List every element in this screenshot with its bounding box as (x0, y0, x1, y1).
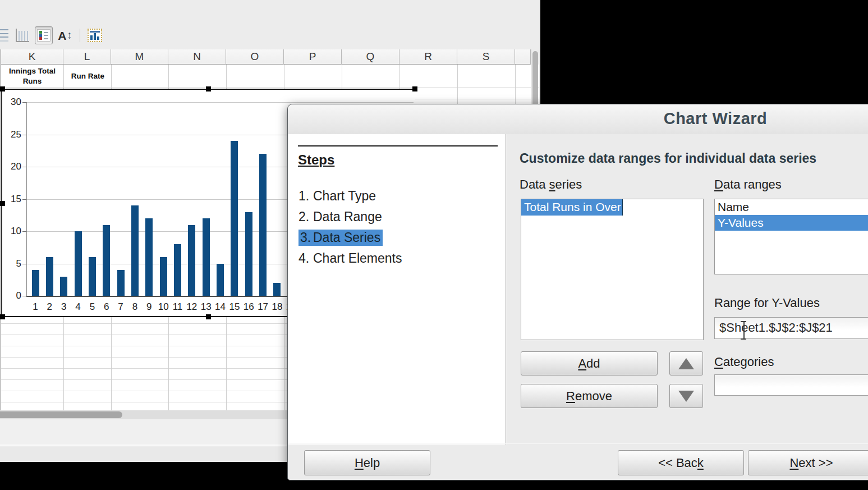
data-series-item[interactable]: Total Runs in Over (521, 199, 703, 216)
cell-L1-text: Run Rate (71, 71, 104, 81)
chart-handle-top-left[interactable] (0, 86, 5, 91)
bar (75, 231, 82, 296)
data-range-item-name[interactable]: Name (715, 199, 868, 215)
cell-L1[interactable]: Run Rate (64, 65, 112, 88)
toolbar-separator (80, 29, 80, 42)
y-tick (22, 199, 26, 200)
move-up-button[interactable] (669, 351, 703, 375)
y-tick-label: 25 (2, 129, 21, 140)
y-tick (22, 167, 26, 167)
down-arrow-icon (678, 391, 694, 402)
horizontal-scrollbar-thumb[interactable] (0, 411, 122, 418)
data-series-listbox[interactable]: Total Runs in Over (521, 199, 704, 340)
steps-heading: Steps (298, 152, 334, 168)
bar (160, 257, 167, 296)
column-header-blank (515, 49, 531, 65)
steps-panel: Steps 1.Chart Type2.Data Range3.Data Ser… (288, 134, 506, 445)
y-tick-label: 15 (2, 194, 21, 205)
bar (117, 270, 125, 296)
steps-rule (298, 145, 498, 146)
chart-handle-bottom-left[interactable] (0, 314, 5, 319)
bar (231, 141, 238, 296)
bar (245, 212, 252, 296)
column-headers: KLMNOPQRS (1, 49, 531, 65)
bar (103, 225, 110, 296)
step-item-chart-elements[interactable]: 4.Chart Elements (298, 248, 402, 269)
remove-button[interactable]: Remove (521, 384, 658, 408)
bar (259, 154, 267, 296)
step-item-data-series[interactable]: 3.Data Series (298, 227, 402, 248)
up-arrow-icon (678, 358, 694, 369)
y-tick-label: 20 (2, 161, 21, 172)
cell-K1[interactable]: Innings Total Runs (1, 65, 63, 88)
chart-handle-top-right[interactable] (412, 86, 417, 91)
step-item-chart-type[interactable]: 1.Chart Type (298, 186, 402, 207)
data-ranges-listbox[interactable]: NameY-Values (714, 199, 868, 274)
y-tick-label: 0 (2, 290, 21, 301)
y-tick (22, 296, 26, 296)
bar (203, 218, 210, 296)
step-item-data-range[interactable]: 2.Data Range (298, 207, 402, 227)
categories-input[interactable] (714, 374, 868, 396)
data-range-item-y-values[interactable]: Y-Values (715, 215, 868, 231)
bar (89, 257, 96, 296)
column-header-K[interactable]: K (1, 49, 63, 65)
gridline (26, 102, 414, 103)
chart-data-table-icon[interactable] (86, 26, 104, 44)
y-tick (22, 102, 26, 103)
y-tick (22, 231, 26, 232)
steps-list: 1.Chart Type2.Data Range3.Data Series4.C… (298, 186, 402, 269)
column-header-O[interactable]: O (226, 49, 284, 65)
y-tick-label: 30 (2, 97, 21, 108)
column-header-R[interactable]: R (399, 49, 457, 65)
pane-subtitle: Customize data ranges for individual dat… (520, 151, 816, 166)
column-header-Q[interactable]: Q (342, 49, 399, 65)
y-axis-line (26, 102, 27, 296)
chart-handle-top-middle[interactable] (206, 86, 211, 91)
chart-wizard-dialog: Chart Wizard Steps 1.Chart Type2.Data Ra… (287, 104, 868, 480)
chart-handle-middle-left[interactable] (0, 201, 5, 206)
column-header-M[interactable]: M (111, 49, 168, 65)
chart-toolbar: A↕ (0, 25, 104, 46)
y-tick (22, 264, 26, 264)
scale-text-icon[interactable]: A↕ (56, 26, 74, 44)
scale-text-glyph: A (58, 30, 66, 42)
chart-handle-bottom-middle[interactable] (206, 314, 211, 319)
bar (273, 283, 281, 296)
move-down-button[interactable] (669, 384, 703, 408)
legend-on-off-icon[interactable] (35, 26, 53, 44)
dialog-header[interactable]: Chart Wizard (288, 104, 868, 134)
horizontal-grids-icon[interactable] (0, 26, 10, 44)
bar (217, 264, 224, 296)
help-button[interactable]: Help (304, 450, 430, 475)
next-button[interactable]: Next >> (748, 450, 868, 475)
bar (145, 218, 153, 296)
bar (60, 277, 67, 296)
y-tick-label: 5 (2, 258, 21, 269)
bar (46, 257, 53, 296)
categories-label: Categories (714, 355, 774, 369)
vertical-grids-icon[interactable] (13, 26, 31, 44)
column-header-S[interactable]: S (457, 49, 515, 65)
range-y-input[interactable]: $Sheet1.$J$2:$J$21 (714, 317, 868, 339)
range-y-label: Range for Y-Values (714, 296, 820, 310)
cell-K1-text: Innings Total Runs (9, 66, 56, 86)
bar (188, 225, 195, 296)
data-ranges-label: Data ranges (714, 177, 782, 192)
screen: { "sheet": { "columns": ["K","L","M","N"… (0, 0, 868, 490)
add-button[interactable]: Add (521, 351, 658, 375)
bar (131, 205, 139, 296)
y-tick (22, 135, 26, 135)
back-button[interactable]: << Back (618, 450, 744, 475)
column-header-P[interactable]: P (284, 49, 342, 65)
column-header-L[interactable]: L (63, 49, 111, 65)
text-cursor-pointer (740, 321, 747, 340)
column-header-N[interactable]: N (168, 49, 226, 65)
bar (32, 270, 39, 296)
scale-text-arrow-glyph: ↕ (67, 29, 72, 42)
spreadsheet-row-1: Innings Total Runs Run Rate (1, 65, 539, 88)
y-tick-label: 10 (2, 226, 21, 237)
data-series-label: Data series (520, 177, 582, 192)
bar (174, 244, 181, 296)
dialog-title: Chart Wizard (288, 109, 868, 128)
